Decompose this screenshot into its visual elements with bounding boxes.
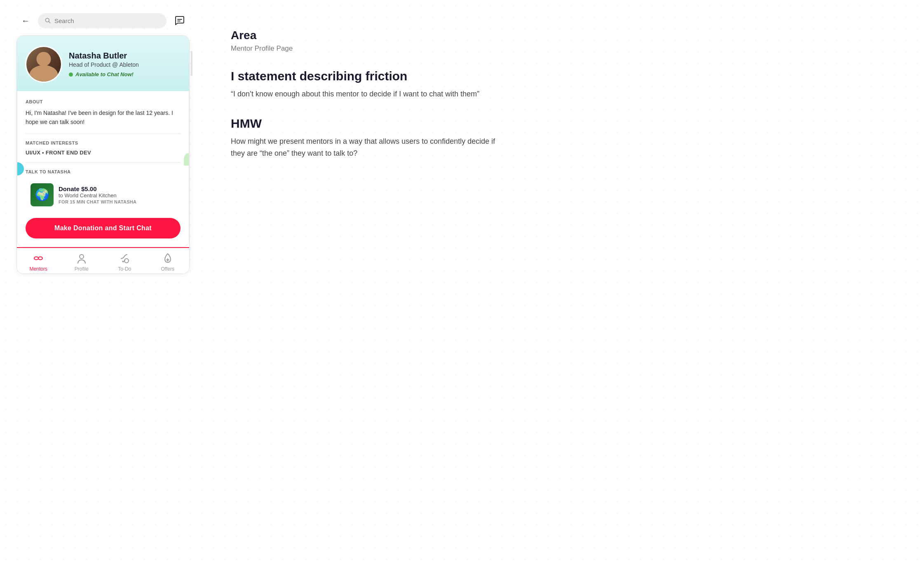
avatar bbox=[25, 46, 62, 83]
chat-button[interactable] bbox=[171, 12, 188, 29]
divider-2 bbox=[26, 162, 181, 163]
profile-nav-icon bbox=[76, 253, 87, 264]
svg-point-4 bbox=[80, 255, 84, 259]
nav-label-mentors: Mentors bbox=[30, 266, 47, 272]
profile-card: Natasha Butler Head of Product @ Ableton… bbox=[16, 35, 190, 274]
globe-icon: 🌍 bbox=[35, 188, 49, 201]
scroll-indicator bbox=[191, 51, 192, 76]
todo-nav-icon bbox=[119, 253, 130, 264]
about-text: Hi, I'm Natasha! I've been in design for… bbox=[26, 108, 181, 127]
interests-label: MATCHED INTERESTS bbox=[26, 140, 181, 145]
profile-header: Natasha Butler Head of Product @ Ableton… bbox=[17, 36, 189, 91]
profile-name: Natasha Butler bbox=[69, 51, 181, 61]
nav-item-offers[interactable]: Offers bbox=[146, 253, 190, 272]
search-icon bbox=[45, 17, 51, 24]
avatar-image bbox=[26, 47, 61, 82]
nav-item-todo[interactable]: To-Do bbox=[103, 253, 146, 272]
cta-button[interactable]: Make Donation and Start Chat bbox=[26, 218, 181, 238]
hmw-text: How might we present mentors in a way th… bbox=[231, 136, 503, 159]
hmw-title: HMW bbox=[231, 117, 503, 131]
donation-amount: Donate $5.00 bbox=[59, 185, 176, 192]
nav-label-todo: To-Do bbox=[118, 266, 131, 272]
bottom-nav: Mentors Profile bbox=[17, 247, 189, 273]
nav-label-offers: Offers bbox=[161, 266, 174, 272]
deco-circle bbox=[17, 162, 24, 175]
friction-quote: “I don’t know enough about this mentor t… bbox=[231, 88, 503, 100]
right-panel: Area Mentor Profile Page I statement des… bbox=[223, 12, 511, 274]
svg-line-1 bbox=[49, 21, 50, 23]
nav-label-profile: Profile bbox=[75, 266, 89, 272]
chat-icon bbox=[174, 15, 185, 26]
donation-to: to World Central Kitchen bbox=[59, 192, 176, 199]
friction-title: I statement describing friction bbox=[231, 69, 503, 83]
deco-leaf bbox=[184, 153, 189, 166]
talk-label: TALK TO NATASHA bbox=[26, 169, 181, 174]
availability-text: Available to Chat Now! bbox=[75, 71, 134, 77]
svg-point-5 bbox=[124, 259, 129, 263]
svg-point-3 bbox=[38, 257, 42, 259]
back-icon: ← bbox=[21, 16, 30, 26]
availability-badge: Available to Chat Now! bbox=[69, 71, 181, 77]
area-title: Area bbox=[231, 29, 503, 42]
talk-section: 🌍 Donate $5.00 to World Central Kitchen … bbox=[26, 178, 181, 211]
about-label: ABOUT bbox=[26, 99, 181, 104]
world-kitchen-logo: 🌍 bbox=[30, 183, 54, 206]
offers-nav-icon bbox=[162, 253, 174, 264]
interests-text: UI/UX • FRONT END DEV bbox=[26, 150, 181, 156]
divider-1 bbox=[26, 133, 181, 134]
search-bar[interactable] bbox=[38, 13, 167, 28]
area-subtitle: Mentor Profile Page bbox=[231, 44, 503, 53]
nav-item-mentors[interactable]: Mentors bbox=[17, 253, 60, 272]
nav-item-profile[interactable]: Profile bbox=[60, 253, 103, 272]
svg-point-2 bbox=[34, 257, 38, 259]
phone-panel: ← bbox=[16, 12, 190, 274]
back-button[interactable]: ← bbox=[18, 13, 33, 28]
profile-body: ABOUT Hi, I'm Natasha! I've been in desi… bbox=[17, 91, 189, 247]
online-indicator bbox=[69, 72, 73, 77]
profile-title: Head of Product @ Ableton bbox=[69, 61, 181, 68]
search-input[interactable] bbox=[54, 17, 160, 24]
mentors-icon bbox=[33, 253, 44, 264]
top-bar: ← bbox=[16, 12, 190, 29]
profile-info: Natasha Butler Head of Product @ Ableton… bbox=[69, 51, 181, 77]
donation-info: Donate $5.00 to World Central Kitchen FO… bbox=[59, 185, 176, 204]
main-layout: ← bbox=[16, 12, 593, 274]
donation-for: FOR 15 MIN CHAT WITH NATASHA bbox=[59, 199, 176, 204]
